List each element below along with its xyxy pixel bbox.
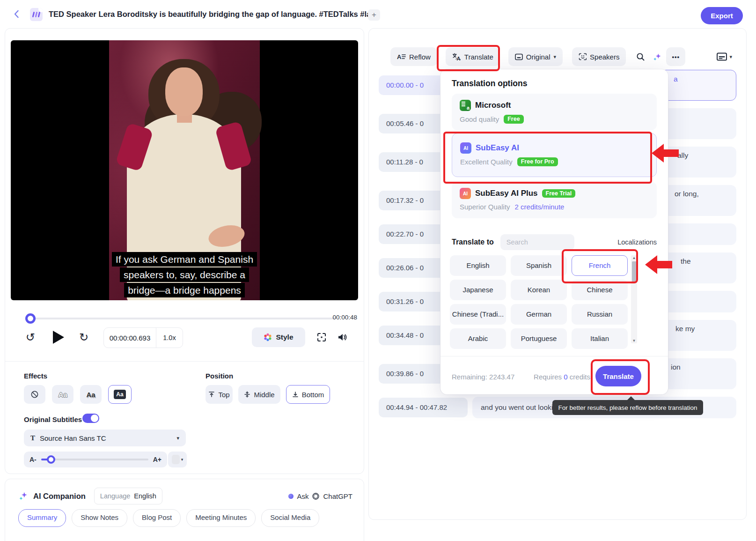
layout-button[interactable]: ▾: [714, 52, 735, 61]
localizations-link[interactable]: Localizations: [617, 238, 657, 246]
provider-subeasy-ai[interactable]: AI SubEasy AI Excellent Quality Free for…: [452, 133, 657, 177]
language-scrollbar[interactable]: ▲ ▼: [631, 255, 637, 343]
replay-back-button[interactable]: ↺: [26, 330, 35, 344]
font-select[interactable]: T Source Han Sans TC ▾: [24, 430, 186, 446]
ai-language-select[interactable]: Language English: [94, 488, 162, 504]
back-button[interactable]: [11, 8, 22, 20]
subtitle-view-icon: [515, 53, 523, 60]
effect-shadow-button[interactable]: Aa: [80, 385, 102, 404]
font-size-handle[interactable]: [47, 455, 55, 464]
ai-tab[interactable]: Social Media: [261, 509, 319, 527]
new-tab-button[interactable]: +: [368, 9, 380, 21]
fullscreen-icon: [316, 332, 327, 343]
more-button[interactable]: •••: [666, 47, 685, 66]
microsoft-translator-icon: a: [460, 100, 471, 111]
translate-to-row: Translate to Localizations: [452, 234, 657, 250]
subtitle-settings: Effects Position Aa Aa Aa Top Middle Bot…: [5, 361, 364, 362]
volume-button[interactable]: [337, 332, 348, 344]
language-option[interactable]: French: [572, 255, 628, 276]
ban-icon: [30, 390, 39, 399]
font-size-increase[interactable]: A+: [153, 456, 161, 463]
scrollbar-thumb[interactable]: [632, 261, 637, 283]
popup-title: Translation options: [452, 79, 527, 89]
language-search-input[interactable]: [500, 234, 574, 250]
reflow-button[interactable]: A Reflow: [390, 47, 437, 66]
position-middle-button[interactable]: Middle: [238, 385, 280, 404]
effects-label: Effects: [24, 372, 47, 380]
scroll-down-icon[interactable]: ▼: [631, 339, 637, 343]
speakers-button[interactable]: Speakers: [572, 47, 626, 66]
search-button[interactable]: [632, 47, 649, 66]
video-subtitle-line: If you ask German and Spanish: [112, 252, 257, 267]
effect-box-button[interactable]: Aa: [108, 385, 132, 404]
video-subtitle-line: speakers to, say, describe a: [120, 267, 249, 282]
provider-quality: Good quality: [460, 115, 499, 123]
export-button[interactable]: Export: [701, 7, 743, 24]
language-option[interactable]: Spanish: [511, 255, 567, 276]
scroll-up-icon[interactable]: ▲: [631, 256, 637, 260]
language-option[interactable]: Korean: [511, 280, 567, 300]
font-name: Source Han Sans TC: [40, 434, 172, 442]
translate-button[interactable]: A Translate: [446, 47, 500, 66]
time-display[interactable]: 00:00:00.693 1.0x: [103, 327, 183, 348]
chevron-down-icon: ▾: [181, 457, 183, 462]
search-icon: [636, 52, 645, 61]
style-label: Style: [276, 333, 293, 341]
chevron-down-icon: ▾: [554, 54, 557, 60]
progress-handle[interactable]: [25, 313, 36, 324]
align-bottom-icon: [292, 391, 299, 398]
magic-wand-icon: [18, 491, 29, 501]
subtitle-color-picker[interactable]: ▾: [168, 452, 187, 467]
free-trial-badge: Free Trial: [542, 189, 576, 198]
language-option[interactable]: Russian: [572, 304, 628, 325]
top-bar: TED Speaker Lera Boroditsky is beautiful…: [0, 0, 756, 28]
svg-text:A: A: [397, 53, 402, 60]
free-for-pro-badge: Free for Pro: [517, 157, 558, 166]
language-option[interactable]: Portuguese: [511, 328, 567, 349]
replay-forward-button[interactable]: ↻: [79, 330, 88, 344]
ask-chatgpt-button[interactable]: Ask ChatGPT: [288, 492, 352, 500]
playback-speed[interactable]: 1.0x: [156, 334, 183, 341]
font-size-control: A- A+: [24, 452, 167, 467]
player-controls: ↺ ↻ 00:00:00.693 1.0x Style: [5, 327, 364, 349]
provider-subeasy-ai-plus[interactable]: AI SubEasy AI Plus Free Trial Superior Q…: [452, 182, 657, 218]
language-option[interactable]: Chinese: [572, 280, 628, 300]
language-option[interactable]: Chinese (Tradi...: [450, 304, 506, 325]
effect-outline-button[interactable]: Aa: [52, 385, 73, 404]
language-option[interactable]: German: [511, 304, 567, 325]
ai-tab[interactable]: Show Notes: [72, 509, 127, 527]
font-size-slider[interactable]: [41, 459, 148, 460]
provider-cost: 2 credits/minute: [515, 203, 565, 211]
position-label: Position: [206, 372, 233, 380]
provider-microsoft[interactable]: a Microsoft Good quality Free: [452, 94, 657, 130]
fullscreen-button[interactable]: [316, 332, 327, 344]
play-button[interactable]: [53, 331, 64, 344]
chevron-down-icon: ▾: [729, 54, 732, 60]
sparkles-icon: [653, 52, 662, 62]
view-mode-button[interactable]: Original ▾: [508, 47, 563, 66]
effect-none-button[interactable]: [24, 385, 45, 404]
video-player[interactable]: If you ask German and Spanish speakers t…: [11, 40, 358, 300]
progress-bar[interactable]: [27, 318, 336, 319]
translate-icon: A: [452, 53, 461, 61]
language-option[interactable]: English: [450, 255, 506, 276]
subtitle-timestamp[interactable]: 00:44.94 - 00:47.82: [379, 398, 468, 417]
subeasy-ai-icon: AI: [460, 142, 471, 154]
translate-submit-button[interactable]: Translate: [595, 366, 641, 386]
translation-popup: Translation options a Microsoft Good qua…: [440, 69, 668, 394]
chevron-down-icon: ▾: [176, 435, 179, 441]
position-top-button[interactable]: Top: [206, 385, 233, 404]
align-middle-icon: [244, 391, 250, 398]
language-option[interactable]: Japanese: [450, 280, 506, 300]
original-subtitles-toggle[interactable]: [82, 414, 99, 423]
style-button[interactable]: Style: [252, 327, 305, 347]
free-badge: Free: [504, 115, 523, 124]
language-option[interactable]: Arabic: [450, 328, 506, 349]
font-size-decrease[interactable]: A-: [29, 456, 37, 463]
language-option[interactable]: Italian: [572, 328, 628, 349]
ai-tab[interactable]: Summary: [18, 509, 66, 527]
ai-tab[interactable]: Blog Post: [133, 509, 181, 527]
ai-tab[interactable]: Meeting Minutes: [186, 509, 256, 527]
position-bottom-button[interactable]: Bottom: [286, 385, 330, 404]
ai-magic-button[interactable]: [649, 47, 666, 66]
